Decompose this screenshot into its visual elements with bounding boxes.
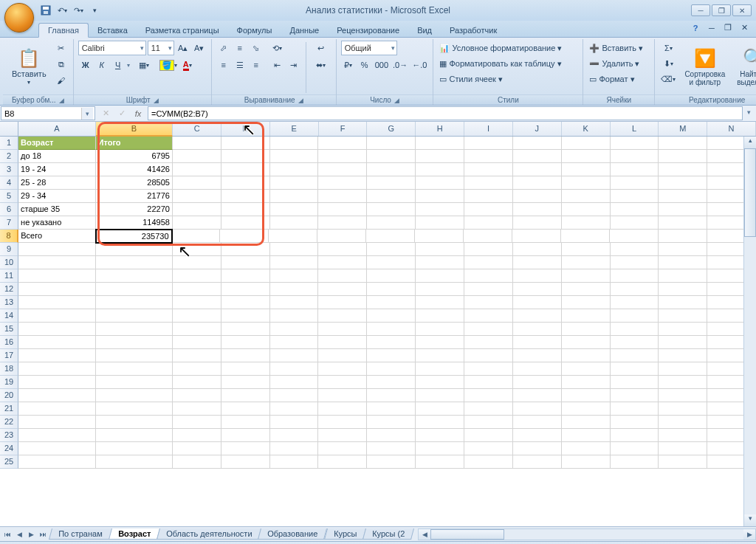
fill-color-icon[interactable]: 🪣▾: [158, 58, 179, 72]
row-header[interactable]: 22: [0, 416, 18, 429]
tab-review[interactable]: Рецензирование: [328, 24, 408, 37]
cell-M20[interactable]: [659, 389, 707, 402]
cell-G21[interactable]: [367, 402, 416, 416]
cell-E3[interactable]: [270, 163, 319, 176]
cell-F11[interactable]: [318, 269, 367, 283]
tab-page-layout[interactable]: Разметка страницы: [137, 24, 228, 37]
alignment-launcher-icon[interactable]: ◢: [298, 97, 303, 104]
cell-E23[interactable]: [270, 429, 319, 442]
cell-M24[interactable]: [659, 442, 707, 455]
enter-formula-icon[interactable]: ✓: [115, 109, 128, 118]
col-header-A[interactable]: A: [18, 122, 96, 136]
cell-M6[interactable]: [659, 203, 707, 216]
cell-H9[interactable]: [416, 243, 464, 256]
cell-E16[interactable]: [270, 336, 319, 349]
cell-H20[interactable]: [416, 389, 464, 402]
cell-F13[interactable]: [318, 296, 367, 309]
cell-J3[interactable]: [513, 163, 562, 176]
delete-cells-button[interactable]: ➖ Удалить ▾: [588, 56, 650, 71]
cell-C17[interactable]: [173, 349, 221, 362]
cell-F5[interactable]: [318, 190, 367, 203]
cell-H2[interactable]: [416, 150, 464, 163]
cell-D23[interactable]: [221, 429, 270, 442]
cell-H7[interactable]: [416, 216, 464, 230]
cell-L1[interactable]: [611, 137, 659, 150]
cell-I7[interactable]: [464, 216, 513, 230]
cell-B7[interactable]: 114958: [96, 216, 173, 230]
cell-A18[interactable]: [18, 362, 95, 376]
scroll-down-icon[interactable]: ▾: [744, 514, 756, 526]
cell-F22[interactable]: [318, 416, 367, 429]
cell-M16[interactable]: [659, 336, 707, 349]
cell-H16[interactable]: [416, 336, 464, 349]
cell-D4[interactable]: [221, 176, 270, 190]
fill-icon[interactable]: ⬇▾: [659, 56, 677, 71]
cell-A21[interactable]: [18, 402, 95, 416]
cell-G13[interactable]: [367, 296, 416, 309]
sheet-last-icon[interactable]: ⏭: [37, 531, 49, 538]
cell-H11[interactable]: [416, 269, 464, 283]
cell-C7[interactable]: [173, 216, 221, 230]
cell-M22[interactable]: [659, 416, 707, 429]
cell-K2[interactable]: [562, 150, 611, 163]
paste-button[interactable]: 📋 Вставить ▾: [7, 41, 51, 94]
row-header[interactable]: 15: [0, 323, 18, 336]
cell-G20[interactable]: [367, 389, 416, 402]
help-icon[interactable]: ?: [690, 24, 701, 32]
cell-K17[interactable]: [562, 349, 611, 362]
cell-L17[interactable]: [611, 349, 659, 362]
cell-L3[interactable]: [611, 163, 659, 176]
border-icon[interactable]: ▦▾: [137, 58, 151, 72]
tab-view[interactable]: Вид: [408, 24, 441, 37]
cell-J10[interactable]: [513, 256, 562, 269]
cell-B2[interactable]: 6795: [96, 150, 173, 163]
cell-M13[interactable]: [659, 296, 707, 309]
number-launcher-icon[interactable]: ◢: [394, 97, 399, 104]
align-middle-icon[interactable]: ≡: [233, 41, 247, 55]
cell-A1[interactable]: Возраст: [18, 137, 95, 150]
conditional-formatting-button[interactable]: 📊 Условное форматирование ▾: [438, 41, 578, 55]
cell-D11[interactable]: [221, 269, 270, 283]
cell-K21[interactable]: [562, 402, 611, 416]
scroll-left-icon[interactable]: ◀: [419, 529, 430, 540]
cell-C13[interactable]: [173, 296, 221, 309]
cell-L24[interactable]: [611, 442, 659, 455]
cell-F24[interactable]: [318, 442, 367, 455]
cell-D3[interactable]: [221, 163, 270, 176]
cell-C6[interactable]: [173, 203, 221, 216]
cell-C18[interactable]: [173, 362, 221, 376]
row-header[interactable]: 14: [0, 309, 18, 323]
cell-K24[interactable]: [562, 442, 611, 455]
cell-I16[interactable]: [464, 336, 513, 349]
cell-D22[interactable]: [221, 416, 270, 429]
cell-L4[interactable]: [611, 176, 659, 190]
cell-D20[interactable]: [221, 389, 270, 402]
cell-C21[interactable]: [173, 402, 221, 416]
restore-button[interactable]: ❐: [712, 4, 731, 16]
format-painter-icon[interactable]: 🖌: [54, 73, 69, 88]
cell-J12[interactable]: [513, 283, 562, 296]
cell-B3[interactable]: 41426: [96, 163, 173, 176]
row-header[interactable]: 21: [0, 402, 18, 416]
cell-H5[interactable]: [416, 190, 464, 203]
cell-C16[interactable]: [173, 336, 221, 349]
cell-F6[interactable]: [318, 203, 367, 216]
cell-M23[interactable]: [659, 429, 707, 442]
find-select-button[interactable]: 🔍 Найти и выделить: [732, 41, 756, 94]
cell-B12[interactable]: [96, 283, 173, 296]
number-format-combo[interactable]: Общий▾: [341, 41, 397, 55]
cell-B22[interactable]: [96, 416, 173, 429]
col-header-B[interactable]: B: [96, 122, 173, 137]
cell-E9[interactable]: [270, 243, 319, 256]
cell-I8[interactable]: [464, 230, 512, 243]
cell-K25[interactable]: [562, 455, 611, 469]
cell-H6[interactable]: [416, 203, 464, 216]
cell-F12[interactable]: [318, 283, 367, 296]
cell-H17[interactable]: [416, 349, 464, 362]
cell-E24[interactable]: [270, 442, 319, 455]
close-button[interactable]: ✕: [732, 4, 752, 16]
cell-B17[interactable]: [96, 349, 173, 362]
cell-I24[interactable]: [464, 442, 513, 455]
cell-G22[interactable]: [367, 416, 416, 429]
row-header[interactable]: 8: [0, 230, 18, 243]
